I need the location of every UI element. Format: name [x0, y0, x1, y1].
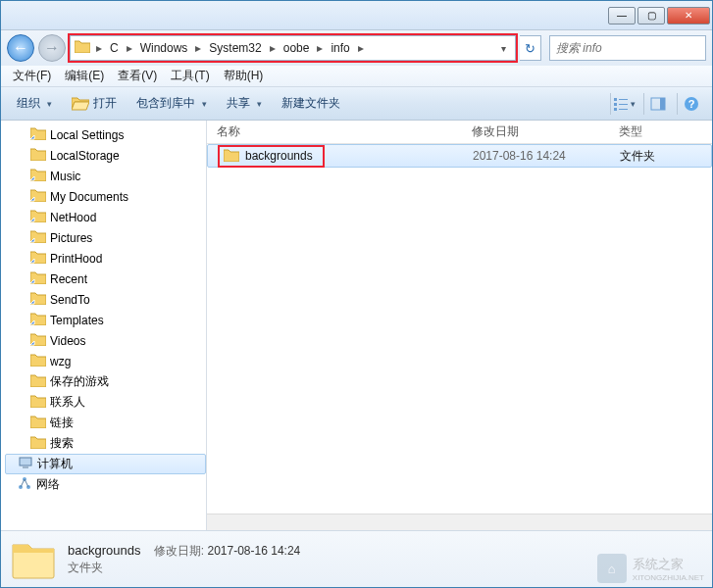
tree-node[interactable]: SendTo: [5, 289, 206, 310]
tree-node[interactable]: NetHood: [5, 207, 206, 227]
help-button[interactable]: ?: [677, 93, 704, 115]
file-list[interactable]: backgrounds2017-08-16 14:24文件夹: [207, 144, 712, 514]
tree-label: 保存的游戏: [50, 373, 109, 390]
tree-label: Videos: [50, 334, 85, 348]
tree-node[interactable]: PrintHood: [5, 248, 206, 269]
chevron-right-icon[interactable]: ▸: [356, 41, 366, 55]
menu-bar: 文件(F) 编辑(E) 查看(V) 工具(T) 帮助(H): [1, 66, 712, 87]
tree-node[interactable]: 联系人: [5, 392, 206, 413]
preview-pane-button[interactable]: [643, 93, 671, 115]
address-dropdown-icon[interactable]: ▾: [495, 43, 511, 54]
chevron-right-icon[interactable]: ▸: [268, 41, 278, 55]
menu-edit[interactable]: 编辑(E): [59, 66, 110, 86]
col-type[interactable]: 类型: [609, 123, 712, 140]
svg-rect-3: [619, 104, 628, 105]
network-icon: [17, 475, 32, 494]
tree-node[interactable]: LocalStorage: [5, 145, 206, 166]
svg-rect-4: [614, 108, 617, 111]
tree-node[interactable]: Templates: [5, 310, 206, 330]
file-row[interactable]: backgrounds2017-08-16 14:24文件夹: [207, 144, 712, 168]
watermark-text: 系统之家: [633, 556, 704, 573]
tree-node[interactable]: 搜索: [5, 433, 206, 454]
breadcrumb-c[interactable]: C: [106, 41, 123, 55]
view-options-button[interactable]: ▾: [610, 93, 637, 115]
tree-label: PrintHood: [50, 252, 102, 266]
refresh-button[interactable]: ↻: [520, 35, 541, 61]
tree-label: LocalStorage: [50, 149, 120, 163]
folder-icon: [30, 147, 46, 164]
include-button[interactable]: 包含到库中: [128, 91, 215, 116]
folder-shortcut-icon: [30, 250, 46, 267]
col-date[interactable]: 修改日期: [462, 123, 609, 140]
tree-node[interactable]: Music: [5, 166, 206, 186]
menu-view[interactable]: 查看(V): [112, 66, 163, 86]
svg-rect-10: [20, 458, 31, 466]
open-folder-icon: [72, 96, 89, 111]
folder-shortcut-icon: [30, 270, 46, 287]
folder-icon: [224, 148, 239, 165]
search-input[interactable]: [556, 41, 699, 55]
maximize-button[interactable]: ▢: [637, 7, 665, 24]
list-view-icon: [613, 97, 629, 111]
chevron-right-icon[interactable]: ▸: [125, 41, 134, 55]
breadcrumb-oobe[interactable]: oobe: [280, 41, 314, 55]
folder-search-icon: [30, 435, 46, 452]
tree-label: NetHood: [50, 211, 96, 224]
organize-button[interactable]: 组织: [9, 91, 60, 116]
folder-shortcut-icon: [30, 291, 46, 308]
folder-icon: [30, 353, 46, 369]
search-box[interactable]: [549, 35, 706, 61]
chevron-right-icon[interactable]: ▸: [315, 41, 325, 55]
nav-tree[interactable]: Local SettingsLocalStorageMusicMy Docume…: [1, 121, 207, 530]
tree-node[interactable]: My Documents: [5, 186, 206, 207]
watermark-logo-icon: ⌂: [597, 554, 627, 583]
tree-node[interactable]: Pictures: [5, 227, 206, 248]
panel-icon: [650, 97, 666, 111]
titlebar: — ▢ ✕: [1, 1, 712, 30]
details-date: 2017-08-16 14:24: [207, 544, 300, 558]
tree-node[interactable]: Videos: [5, 330, 206, 351]
tree-node[interactable]: Recent: [5, 269, 206, 289]
address-bar[interactable]: ▸ C ▸ Windows ▸ System32 ▸ oobe ▸ info ▸…: [70, 35, 516, 61]
details-type: 文件夹: [68, 560, 300, 576]
col-name[interactable]: 名称: [207, 123, 462, 140]
tree-node[interactable]: 链接: [5, 413, 206, 433]
tree-node[interactable]: 计算机: [5, 454, 206, 474]
details-date-label: 修改日期:: [154, 544, 204, 558]
open-button[interactable]: 打开: [64, 91, 125, 116]
breadcrumb-info[interactable]: info: [327, 41, 353, 55]
menu-tools[interactable]: 工具(T): [165, 66, 215, 86]
watermark: ⌂ 系统之家 XITONGZHIJIA.NET: [597, 554, 704, 583]
tree-label: 联系人: [50, 394, 85, 411]
tree-node[interactable]: Local Settings: [5, 124, 206, 145]
tree-node[interactable]: 保存的游戏: [5, 371, 206, 392]
share-button[interactable]: 共享: [219, 91, 270, 116]
back-button[interactable]: ←: [7, 34, 34, 62]
svg-rect-11: [23, 466, 28, 468]
tree-node[interactable]: wzg: [5, 351, 206, 371]
minimize-button[interactable]: —: [608, 7, 636, 24]
horizontal-scrollbar[interactable]: [207, 514, 712, 530]
new-folder-button[interactable]: 新建文件夹: [274, 91, 348, 116]
computer-icon: [18, 455, 33, 473]
tree-label: 链接: [50, 415, 74, 431]
breadcrumb-windows[interactable]: Windows: [136, 41, 192, 55]
column-headers[interactable]: 名称 修改日期 类型: [207, 121, 712, 144]
watermark-sub: XITONGZHIJIA.NET: [633, 573, 704, 582]
folder-shortcut-icon: [30, 168, 46, 184]
folder-shortcut-icon: [30, 332, 46, 349]
chevron-right-icon[interactable]: ▸: [193, 41, 203, 55]
menu-file[interactable]: 文件(F): [7, 66, 57, 86]
folder-shortcut-icon: [30, 312, 46, 328]
forward-button[interactable]: →: [38, 34, 66, 62]
tree-label: 计算机: [37, 456, 73, 472]
file-name: backgrounds: [245, 149, 313, 163]
tree-node[interactable]: 网络: [5, 474, 206, 495]
close-button[interactable]: ✕: [667, 7, 710, 24]
chevron-right-icon[interactable]: ▸: [94, 41, 104, 55]
details-text: backgrounds 修改日期: 2017-08-16 14:24 文件夹: [68, 543, 300, 576]
content-pane: 名称 修改日期 类型 backgrounds2017-08-16 14:24文件…: [207, 121, 712, 530]
folder-shortcut-icon: [30, 188, 46, 205]
breadcrumb-system32[interactable]: System32: [205, 41, 265, 55]
menu-help[interactable]: 帮助(H): [218, 66, 270, 86]
